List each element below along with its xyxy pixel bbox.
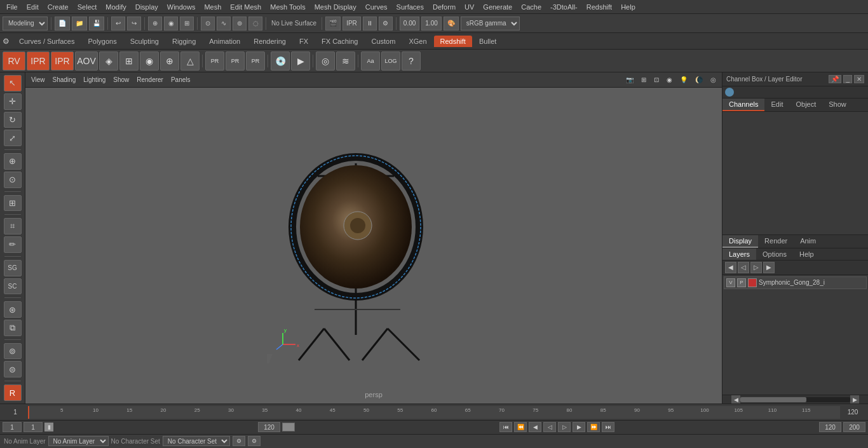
menu-create[interactable]: Create [44,2,72,12]
render-view-btn[interactable]: 🎬 [325,17,341,31]
prev-key-btn[interactable]: ◀ [529,422,541,432]
layer-fwd2-btn[interactable]: ▶ [763,262,775,273]
snap-grid-btn[interactable]: SG [4,260,22,276]
tab-edit[interactable]: Edit [764,98,789,111]
step-forward-btn[interactable]: ⏩ [587,422,600,432]
soft-select-btn[interactable]: ⊙ [4,172,22,188]
menu-edit-mesh[interactable]: Edit Mesh [226,2,265,12]
undo-btn[interactable]: ↩ [111,17,125,31]
tab-rendering[interactable]: Rendering [247,36,292,47]
scroll-right-btn[interactable]: ▶ [850,395,859,404]
menu-deform[interactable]: Deform [429,2,459,12]
grid-view-btn[interactable]: ⊞ [638,76,649,84]
timeline-ruler[interactable]: 5101520253035404550556065707580859095100… [28,406,840,419]
tab-fx[interactable]: FX [293,36,315,47]
show-manip-btn[interactable]: ⊞ [4,195,22,212]
snap-curve-btn[interactable]: ∿ [217,17,231,31]
go-to-end-btn[interactable]: ⏭ [602,422,614,432]
help-btn[interactable]: ? [402,51,421,71]
scale-tool-btn[interactable]: ⤢ [4,130,22,146]
tab-channels[interactable]: Channels [722,98,764,111]
mat-btn[interactable]: ◎ [316,51,335,71]
play-btn[interactable]: ▶ [291,51,310,71]
menu-modify[interactable]: Modify [102,2,130,12]
tab-polygons[interactable]: Polygons [81,36,123,47]
char-set-dropdown[interactable]: No Character Set [163,436,230,446]
scale-val[interactable]: 1.00 [421,17,441,31]
lasso-select-btn[interactable]: ⌗ [4,218,22,234]
text-btn[interactable]: Aa [361,51,380,71]
paint-select-btn[interactable]: ✏ [4,236,22,253]
menu-3dtoall[interactable]: -3DtoAll- [546,2,581,12]
ipr-render-btn[interactable]: IPR [342,17,361,31]
menu-redshift[interactable]: Redshift [583,2,616,12]
menu-display[interactable]: Display [132,2,162,12]
snap-curve-btn[interactable]: SC [4,278,22,295]
workspace-selector[interactable]: Modeling [3,17,48,31]
shadows-btn[interactable]: 🌘 [692,76,706,84]
menu-help[interactable]: Help [617,2,639,12]
menu-cache[interactable]: Cache [517,2,545,12]
aov-btn[interactable]: AOV [75,51,98,71]
snap-grid-btn[interactable]: ⊞ [180,17,194,31]
tab-rigging[interactable]: Rigging [166,36,202,47]
smooth-btn[interactable]: ◉ [663,76,675,84]
layer-color-swatch[interactable] [748,278,757,287]
menu-generate[interactable]: Generate [479,2,516,12]
pr2-btn[interactable]: PR [226,51,245,71]
tab-bullet[interactable]: Bullet [473,36,503,47]
renderer-menu[interactable]: Renderer [133,76,166,84]
tab-layers[interactable]: Layers [722,248,756,260]
grid-btn[interactable]: ⊞ [119,51,139,71]
tab-options[interactable]: Options [756,248,793,260]
color-mode-btn[interactable]: 🎨 [444,17,459,31]
save-scene-btn[interactable]: 💾 [89,17,104,31]
tab-object[interactable]: Object [789,98,822,111]
universal-manip-btn[interactable]: ⊕ [4,153,22,170]
play-back-btn[interactable]: ◁ [543,422,556,432]
disk-btn[interactable]: 💿 [271,51,290,71]
layer-back2-btn[interactable]: ◁ [738,262,749,273]
select-lasso-btn[interactable]: ⊙ [201,17,215,31]
ipr2-btn[interactable]: IPR [51,51,74,71]
snap-point-btn[interactable]: ⊚ [4,343,22,360]
pr3-btn[interactable]: PR [246,51,265,71]
move-tool-btn[interactable]: ✛ [4,93,22,110]
sphere-btn[interactable]: ◉ [140,51,159,71]
menu-curves[interactable]: Curves [362,2,391,12]
menu-file[interactable]: File [3,2,22,12]
new-scene-btn[interactable]: 📄 [55,17,70,31]
frame-end-input[interactable] [258,422,280,432]
max-frame-input[interactable] [843,422,865,432]
transform-contraint-btn[interactable]: ⊛ [4,301,22,318]
anim-layer-dropdown[interactable]: No Anim Layer [48,436,109,446]
render-settings-btn[interactable]: ⚙ [379,17,393,31]
viewport[interactable]: View Shading Lighting Show Renderer Pane… [25,72,722,404]
tab-render[interactable]: Render [758,235,794,248]
ipr-btn[interactable]: IPR [27,51,50,71]
snap-view-btn[interactable]: ⊜ [4,361,22,377]
next-key-btn[interactable]: ▶ [573,422,585,432]
redshift-icon-btn[interactable]: R [4,384,22,401]
dome-btn[interactable]: △ [180,51,200,71]
open-scene-btn[interactable]: 📁 [72,17,87,31]
tab-sculpting[interactable]: Sculpting [124,36,165,47]
char-set-settings-btn[interactable]: ⚙ [233,436,245,446]
range-start-input[interactable] [3,422,22,432]
tab-show[interactable]: Show [822,98,853,111]
torus-btn[interactable]: ⊕ [160,51,179,71]
tab-redshift[interactable]: Redshift [434,36,472,47]
menu-edit[interactable]: Edit [23,2,43,12]
input-val[interactable]: 0.00 [400,17,419,31]
menu-surfaces[interactable]: Surfaces [393,2,428,12]
log-btn[interactable]: LOG [381,51,400,71]
vol-btn[interactable]: ≋ [336,51,355,71]
menu-select[interactable]: Select [74,2,101,12]
duplicate-btn[interactable]: ⧉ [4,320,22,336]
tab-custom[interactable]: Custom [365,36,402,47]
menu-mesh-display[interactable]: Mesh Display [311,2,360,12]
tab-fx-caching[interactable]: FX Caching [315,36,364,47]
lights-btn[interactable]: 💡 [677,76,691,84]
select-tool-btn[interactable]: ↖ [4,75,22,92]
anim-settings-btn[interactable]: ⚙ [248,436,261,446]
